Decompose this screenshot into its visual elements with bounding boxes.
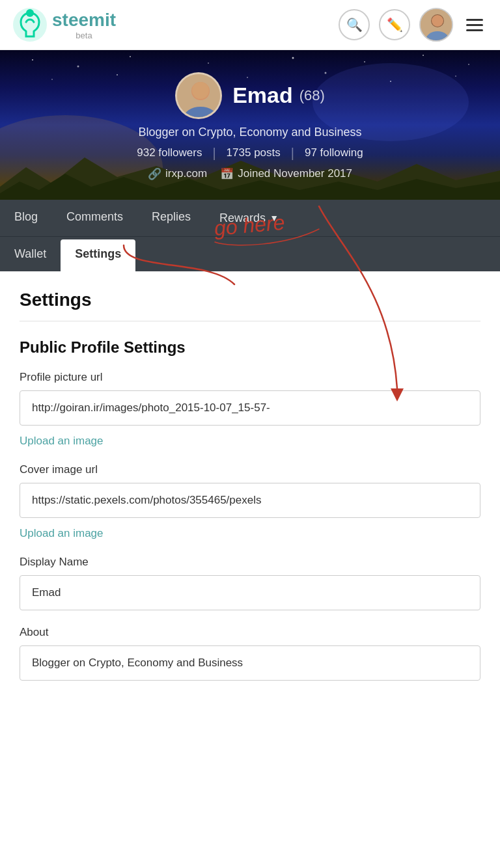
website-url: irxp.com xyxy=(165,167,207,180)
settings-tab-label: Settings xyxy=(75,247,121,260)
svg-point-8 xyxy=(77,66,79,68)
logo-beta: beta xyxy=(52,31,116,40)
cover-image-label: Cover image url xyxy=(20,463,480,476)
search-icon: 🔍 xyxy=(346,17,363,33)
profile-reputation: (68) xyxy=(299,87,325,104)
profile-person-icon xyxy=(177,74,222,119)
profile-banner: Emad (68) Blogger on Crypto, Economy and… xyxy=(0,50,500,200)
website-meta: 🔗 irxp.com xyxy=(148,167,207,181)
joined-date: Joined November 2017 xyxy=(238,167,352,180)
svg-point-12 xyxy=(364,61,365,62)
profile-bio: Blogger on Crypto, Economy and Business xyxy=(138,126,361,139)
edit-button[interactable]: ✏️ xyxy=(379,9,410,40)
wallet-tab-label: Wallet xyxy=(14,247,46,260)
display-name-input[interactable] xyxy=(20,575,480,610)
logo-name: steemit xyxy=(52,10,116,31)
profile-avatar xyxy=(175,72,222,119)
section-title: Public Profile Settings xyxy=(20,338,480,357)
profile-picture-field: Profile picture url xyxy=(20,371,480,426)
hamburger-line-2 xyxy=(466,24,483,26)
blog-tab-label: Blog xyxy=(14,210,38,224)
svg-point-14 xyxy=(468,64,469,65)
divider-1: | xyxy=(212,146,215,161)
svg-point-15 xyxy=(51,79,53,80)
steemit-logo-icon xyxy=(13,8,47,42)
svg-point-10 xyxy=(208,62,209,64)
svg-point-7 xyxy=(32,59,33,61)
svg-point-5 xyxy=(432,15,443,27)
profile-stats-row: 932 followers | 1735 posts | 97 followin… xyxy=(137,146,363,161)
upload-image-1-link[interactable]: Upload an image xyxy=(20,435,104,448)
divider-2: | xyxy=(291,146,294,161)
display-name-label: Display Name xyxy=(20,556,480,569)
followers-stat: 932 followers xyxy=(137,146,202,159)
svg-point-20 xyxy=(455,75,456,77)
avatar-person-icon xyxy=(421,9,453,42)
tab-rewards[interactable]: Rewards ▼ xyxy=(205,200,293,236)
hamburger-line-1 xyxy=(466,19,483,21)
cover-image-field: Cover image url xyxy=(20,463,480,518)
top-header: steemit beta 🔍 ✏️ xyxy=(0,0,500,50)
rewards-chevron-icon: ▼ xyxy=(270,213,279,223)
joined-meta: 📅 Joined November 2017 xyxy=(220,167,352,181)
profile-meta-row: 🔗 irxp.com 📅 Joined November 2017 xyxy=(148,167,352,181)
svg-point-13 xyxy=(423,55,424,56)
about-input[interactable] xyxy=(20,645,480,681)
logo-text-group: steemit beta xyxy=(52,10,116,40)
profile-name-rep: Emad (68) xyxy=(232,83,325,108)
link-icon: 🔗 xyxy=(148,167,161,181)
hamburger-line-3 xyxy=(466,29,483,31)
settings-divider xyxy=(20,321,480,321)
calendar-icon: 📅 xyxy=(220,167,234,181)
svg-point-1 xyxy=(26,9,34,17)
search-button[interactable]: 🔍 xyxy=(339,9,370,40)
profile-picture-label: Profile picture url xyxy=(20,371,480,384)
rewards-tab-label: Rewards xyxy=(219,211,266,225)
settings-page-title: Settings xyxy=(20,290,480,310)
tab-replies[interactable]: Replies xyxy=(137,200,205,236)
svg-point-9 xyxy=(130,56,131,57)
posts-stat: 1735 posts xyxy=(227,146,281,159)
tab-comments[interactable]: Comments xyxy=(52,200,137,236)
replies-tab-label: Replies xyxy=(152,210,191,223)
following-stat: 97 following xyxy=(305,146,363,159)
about-label: About xyxy=(20,626,480,639)
display-name-field: Display Name xyxy=(20,556,480,610)
comments-tab-label: Comments xyxy=(66,210,123,223)
about-field: About xyxy=(20,626,480,681)
edit-icon: ✏️ xyxy=(387,17,403,33)
tab-wallet[interactable]: Wallet xyxy=(0,237,61,271)
cover-image-input[interactable] xyxy=(20,483,480,518)
profile-avatar-name-row: Emad (68) xyxy=(175,72,325,119)
nav-tabs-bar-2: Wallet Settings xyxy=(0,236,500,271)
tab-blog[interactable]: Blog xyxy=(0,200,52,236)
user-avatar[interactable] xyxy=(419,8,453,42)
upload-image-2-link[interactable]: Upload an image xyxy=(20,527,104,540)
svg-point-11 xyxy=(292,57,294,59)
svg-point-28 xyxy=(192,82,209,99)
profile-picture-input[interactable] xyxy=(20,390,480,426)
logo-area: steemit beta xyxy=(13,8,116,42)
annotation-container: Blog Comments Replies Rewards ▼ Wallet S… xyxy=(0,200,500,271)
settings-content: Settings Public Profile Settings Profile… xyxy=(0,271,500,699)
nav-tabs-bar: Blog Comments Replies Rewards ▼ xyxy=(0,200,500,236)
svg-point-16 xyxy=(117,74,118,75)
profile-content: Emad (68) Blogger on Crypto, Economy and… xyxy=(137,72,363,181)
tab-settings[interactable]: Settings xyxy=(61,239,135,271)
hamburger-menu-button[interactable] xyxy=(462,16,487,34)
header-actions: 🔍 ✏️ xyxy=(339,8,487,42)
profile-username: Emad xyxy=(232,83,293,108)
